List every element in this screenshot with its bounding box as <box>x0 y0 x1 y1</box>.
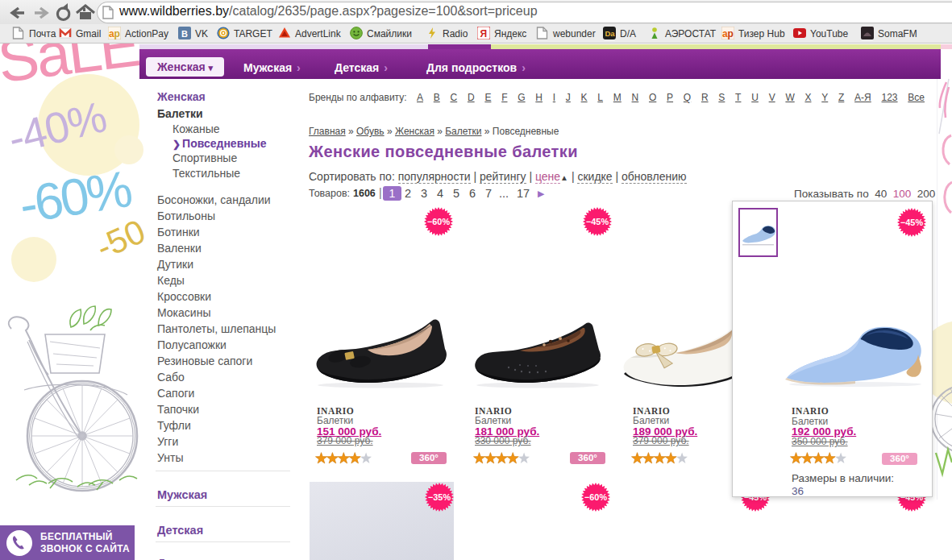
svg-text:−35%: −35% <box>428 492 451 502</box>
svg-text:p: p <box>728 28 734 39</box>
svg-text:−45%: −45% <box>586 217 609 226</box>
svg-text:p: p <box>114 28 120 39</box>
svg-text:−60%: −60% <box>584 492 607 502</box>
svg-text:−60%: −60% <box>427 217 450 226</box>
svg-text:−45%: −45% <box>900 218 923 227</box>
svg-text:Da: Da <box>605 29 616 38</box>
svg-text:Я: Я <box>480 28 488 39</box>
svg-text:B: B <box>181 29 188 39</box>
